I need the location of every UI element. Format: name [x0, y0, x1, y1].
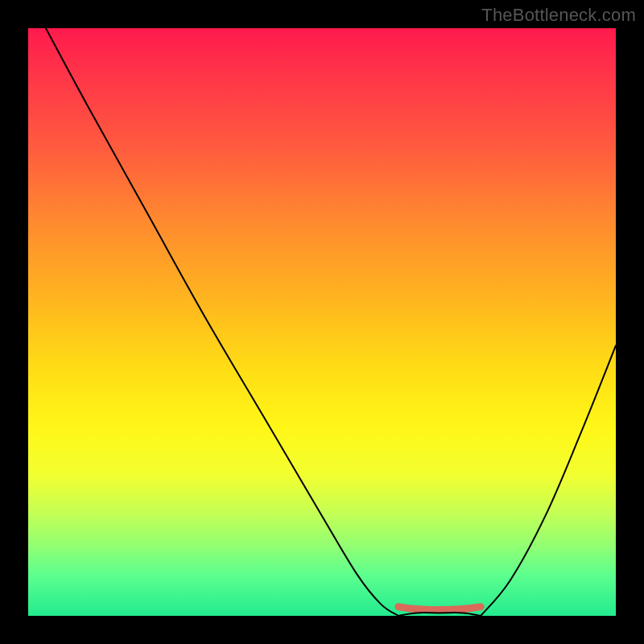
chart-frame: TheBottleneck.com [0, 0, 644, 644]
curve-layer [28, 28, 616, 616]
plot-area [28, 28, 616, 616]
bottleneck-curve [46, 28, 616, 616]
trough-marker [398, 607, 481, 610]
watermark-text: TheBottleneck.com [481, 5, 636, 26]
